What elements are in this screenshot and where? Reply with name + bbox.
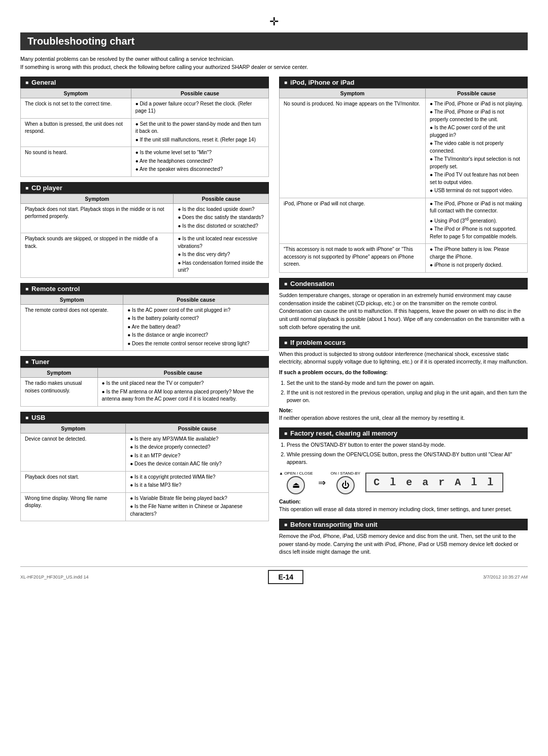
- tuner-col-cause: Possible cause: [97, 368, 268, 378]
- on-standby-button-group: ON / STAND-BY ⏻: [331, 471, 361, 494]
- if-problem-bold-label: If such a problem occurs, do the followi…: [279, 369, 388, 375]
- ipod-symptom-0: No sound is produced. No image appears o…: [280, 98, 426, 198]
- intro-text: Many potential problems can be resolved …: [20, 55, 528, 71]
- cd-col-cause: Possible cause: [174, 194, 269, 203]
- if-problem-section: If problem occurs When this product is s…: [279, 337, 528, 422]
- tuner-col-symptom: Symptom: [21, 368, 98, 378]
- table-row: Playback does not start. Playback stops …: [21, 203, 269, 233]
- usb-table: Symptom Possible cause Device cannot be …: [20, 423, 269, 522]
- left-column: General Symptom Possible cause The clock…: [20, 77, 269, 562]
- open-close-icon: ⏏: [287, 476, 305, 494]
- ipod-cause-0: The iPod, iPhone or iPad is not playing.…: [426, 98, 528, 198]
- footer-file-info: XL-HF201P_HF301P_US.indd 14: [20, 574, 89, 580]
- table-row: Wrong time display. Wrong file name disp…: [21, 492, 269, 521]
- ipod-title: iPod, iPhone or iPad: [279, 77, 528, 88]
- before-transport-title: Before transporting the unit: [279, 519, 528, 530]
- general-cause-0: Did a power failure occur? Reset the clo…: [131, 98, 268, 118]
- remote-control-title: Remote control: [20, 283, 269, 295]
- condensation-title: Condensation: [279, 278, 528, 290]
- tuner-title: Tuner: [20, 356, 269, 368]
- remote-cause-0: Is the AC power cord of the unit plugged…: [123, 304, 269, 351]
- usb-col-cause: Possible cause: [126, 423, 269, 433]
- table-row: The radio makes unusual noises continuou…: [21, 378, 269, 407]
- general-col-symptom: Symptom: [21, 88, 131, 98]
- remote-symptom-0: The remote control does not operate.: [21, 304, 123, 351]
- cd-player-table: Symptom Possible cause Playback does not…: [20, 194, 269, 278]
- note-text: If neither operation above restores the …: [279, 414, 528, 422]
- page: ✛ Troubleshooting chart Many potential p…: [0, 0, 548, 756]
- usb-title: USB: [20, 412, 269, 423]
- usb-symptom-2: Wrong time display. Wrong file name disp…: [21, 492, 126, 521]
- table-row: Device cannot be detected. Is there any …: [21, 433, 269, 471]
- tuner-symptom-0: The radio makes unusual noises continuou…: [21, 378, 98, 407]
- clear-all-display: C l e a r A l l: [365, 473, 503, 492]
- if-problem-bold: If such a problem occurs, do the followi…: [279, 369, 528, 377]
- right-column: iPod, iPhone or iPad Symptom Possible ca…: [279, 77, 528, 562]
- on-standby-icon: ⏻: [336, 476, 355, 494]
- usb-symptom-1: Playback does not start.: [21, 471, 126, 492]
- factory-reset-steps: Press the ON/STAND-BY button to enter th…: [287, 441, 528, 466]
- page-footer: XL-HF201P_HF301P_US.indd 14 E-14 3/7/201…: [20, 566, 528, 584]
- page-number: E-14: [268, 570, 303, 584]
- condensation-section: Condensation Sudden temperature changes,…: [279, 278, 528, 332]
- caution-text: This operation will erase all data store…: [279, 506, 528, 514]
- cd-cause-1: Is the unit located near excessive vibra…: [174, 233, 269, 278]
- condensation-text: Sudden temperature changes, storage or o…: [279, 292, 528, 332]
- cd-player-section: CD player Symptom Possible cause Playbac…: [20, 182, 269, 278]
- usb-cause-1: Is it a copyright protected WMA file?Is …: [126, 471, 269, 492]
- if-problem-text: When this product is subjected to strong…: [279, 350, 528, 367]
- arrow-icon: ⇒: [318, 477, 326, 488]
- table-row: iPod, iPhone or iPad will not charge. Th…: [280, 198, 528, 244]
- general-cause-1: Set the unit to the power stand-by mode …: [131, 118, 268, 147]
- cd-symptom-0: Playback does not start. Playback stops …: [21, 203, 174, 233]
- cd-cause-0: Is the disc loaded upside down?Does the …: [174, 203, 269, 233]
- list-item: Press the ON/STAND-BY button to enter th…: [287, 441, 528, 449]
- footer-date-info: 3/7/2012 10:35:27 AM: [483, 574, 528, 580]
- open-close-label: ▲ OPEN / CLOSE: [279, 471, 313, 476]
- list-item: If the unit is not restored in the previ…: [287, 389, 528, 405]
- general-symptom-0: The clock is not set to the correct time…: [21, 98, 131, 118]
- usb-col-symptom: Symptom: [21, 423, 126, 433]
- general-symptom-1: When a button is pressed, the unit does …: [21, 118, 131, 147]
- table-row: Playback does not start. Is it a copyrig…: [21, 471, 269, 492]
- remote-table: Symptom Possible cause The remote contro…: [20, 295, 269, 351]
- general-symptom-2: No sound is heard.: [21, 147, 131, 177]
- tuner-section: Tuner Symptom Possible cause The radio m…: [20, 356, 269, 407]
- list-item: While pressing down the OPEN/CLOSE butto…: [287, 451, 528, 467]
- usb-section: USB Symptom Possible cause Device cannot…: [20, 412, 269, 522]
- remote-col-cause: Possible cause: [123, 295, 269, 304]
- before-transport-text: Remove the iPod, iPhone, iPad, USB memor…: [279, 532, 528, 556]
- ipod-col-symptom: Symptom: [280, 88, 426, 98]
- note-label: Note:: [279, 407, 528, 413]
- before-transport-section: Before transporting the unit Remove the …: [279, 519, 528, 556]
- ipod-cause-1: The iPod, iPhone or iPad is not making f…: [426, 198, 528, 244]
- list-item: Set the unit to the stand-by mode and tu…: [287, 379, 528, 387]
- general-section: General Symptom Possible cause The clock…: [20, 77, 269, 177]
- main-title: Troubleshooting chart: [20, 32, 528, 50]
- factory-reset-buttons-row: ▲ OPEN / CLOSE ⏏ ⇒ ON / STAND-BY ⏻ C l e…: [279, 470, 528, 495]
- tuner-table: Symptom Possible cause The radio makes u…: [20, 368, 269, 407]
- if-problem-steps: Set the unit to the stand-by mode and tu…: [287, 379, 528, 405]
- intro-line-2: If something is wrong with this product,…: [20, 64, 308, 70]
- table-row: When a button is pressed, the unit does …: [21, 118, 269, 147]
- cd-player-title: CD player: [20, 182, 269, 194]
- general-cause-2: Is the volume level set to "Min"?Are the…: [131, 147, 268, 177]
- usb-cause-0: Is there any MP3/WMA file available?Is t…: [126, 433, 269, 471]
- ipod-cause-2: The iPhone battery is low. Please charge…: [426, 244, 528, 273]
- usb-cause-2: Is Variable Bitrate file being played ba…: [126, 492, 269, 521]
- table-row: No sound is produced. No image appears o…: [280, 98, 528, 198]
- table-row: "This accessory is not made to work with…: [280, 244, 528, 273]
- tuner-cause-0: Is the unit placed near the TV or comput…: [97, 378, 268, 407]
- table-row: The clock is not set to the correct time…: [21, 98, 269, 118]
- if-problem-title: If problem occurs: [279, 337, 528, 348]
- ipod-symptom-1: iPod, iPhone or iPad will not charge.: [280, 198, 426, 244]
- cd-symptom-1: Playback sounds are skipped, or stopped …: [21, 233, 174, 278]
- ipod-col-cause: Possible cause: [426, 88, 528, 98]
- table-row: The remote control does not operate. Is …: [21, 304, 269, 351]
- ipod-table: Symptom Possible cause No sound is produ…: [279, 88, 528, 273]
- open-close-button-group: ▲ OPEN / CLOSE ⏏: [279, 471, 313, 494]
- on-standby-label: ON / STAND-BY: [331, 471, 361, 476]
- ipod-section: iPod, iPhone or iPad Symptom Possible ca…: [279, 77, 528, 273]
- caution-label: Caution:: [279, 498, 528, 505]
- factory-reset-section: Factory reset, clearing all memory Press…: [279, 427, 528, 514]
